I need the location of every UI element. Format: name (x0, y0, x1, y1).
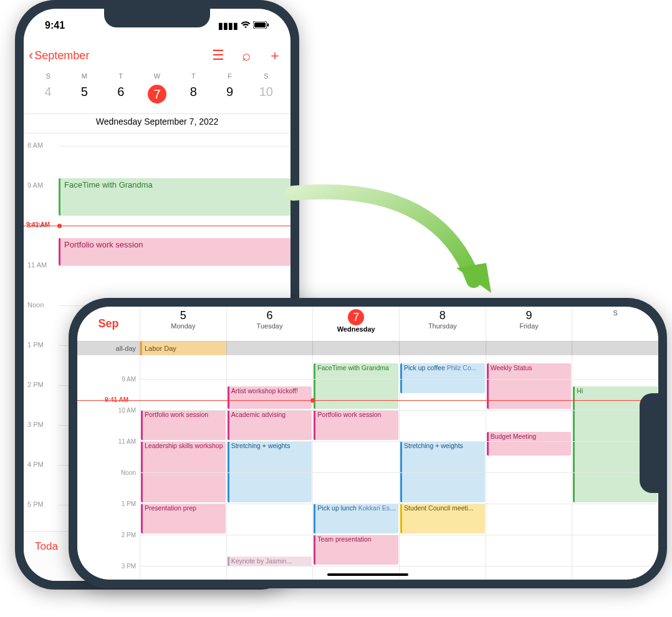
date-cell-selected[interactable]: 7 (139, 81, 175, 107)
status-time: 9:41 (45, 20, 65, 31)
hour-label: 11 AM (118, 438, 136, 444)
event-title: Weekly Status (491, 364, 532, 371)
hour-label: 11 AM (27, 261, 47, 269)
date-cell[interactable]: 9 (211, 81, 247, 107)
event-block[interactable]: Academic advising (228, 410, 312, 440)
event-location: Kokkari Estiatorio (358, 504, 398, 512)
wifi-icon (241, 21, 251, 31)
event-block[interactable]: Leadership skills workshop (141, 441, 226, 502)
event-block[interactable]: FaceTime with Grandma (314, 363, 398, 409)
weekday-letters: S M T W T F S (24, 70, 290, 80)
event-block[interactable]: Team presentation (314, 535, 398, 565)
date-cell[interactable]: 10 (248, 81, 284, 107)
weekday-letter: S (248, 72, 284, 80)
day-column[interactable]: Pick up coffee Philz Co...Stretching + w… (399, 355, 486, 580)
event-block[interactable]: Stretching + weights (228, 441, 312, 502)
add-event-button[interactable] (268, 46, 282, 65)
event-title: Portfolio work session (317, 411, 381, 418)
event-location: Philz Co... (447, 364, 477, 371)
event-block[interactable]: Portfolio work session (314, 410, 398, 440)
event-title: Leadership skills workshop (145, 442, 223, 449)
hour-label: 2 PM (27, 381, 44, 388)
event-title: Artist workshop kickoff! (231, 387, 298, 395)
event-title: Stretching + weights (231, 442, 290, 449)
event-block[interactable]: FaceTime with Grandma (59, 178, 290, 216)
back-label: September (34, 49, 89, 62)
event-title: Hi (577, 387, 583, 395)
event-block[interactable]: Portfolio work session (141, 410, 226, 440)
hour-label: 2 PM (122, 531, 136, 538)
day-column[interactable]: Portfolio work sessionLeadership skills … (140, 355, 226, 580)
month-button[interactable]: Sep (77, 307, 140, 341)
notch (640, 393, 658, 493)
search-button[interactable] (242, 46, 251, 65)
date-heading: Wednesday September 7, 2022 (24, 114, 290, 133)
svg-rect-2 (267, 24, 269, 27)
all-day-row: all-day Labor Day (77, 342, 658, 355)
event-block[interactable]: Budget Meeting (487, 432, 572, 456)
back-button[interactable]: ‹ September (29, 47, 89, 64)
iphone-landscape-frame: Sep 5 Monday 6 Tuesday 7 Wednesday 8 Thu… (69, 298, 667, 588)
current-time-line: 9:41 AM (77, 400, 658, 401)
event-title: Budget Meeting (491, 433, 537, 440)
date-cell[interactable]: 4 (30, 81, 66, 107)
event-title: Pick up lunch (317, 504, 356, 512)
allday-event[interactable]: Labor Day (140, 342, 226, 355)
hour-label: Noon (121, 469, 136, 476)
date-cell[interactable]: 5 (66, 81, 102, 107)
day-column[interactable]: Weekly StatusBudget Meeting (486, 355, 572, 580)
date-cell[interactable]: 8 (175, 81, 211, 107)
date-cell[interactable]: 6 (103, 81, 139, 107)
weekday-letter: S (30, 72, 66, 80)
rotation-arrow-icon (274, 175, 511, 324)
hour-label: 9 AM (27, 181, 43, 189)
weekday-letter: T (175, 72, 211, 80)
hour-label: 1 PM (27, 341, 44, 348)
allday-label: all-day (77, 342, 140, 355)
hour-label: 1 PM (122, 500, 136, 507)
day-column-header[interactable]: S (572, 307, 658, 341)
event-block[interactable]: Presentation prep (141, 504, 226, 533)
weekday-letter: M (66, 72, 102, 80)
nav-bar: ‹ September (24, 42, 290, 70)
day-column[interactable]: FaceTime with GrandmaPortfolio work sess… (312, 355, 399, 580)
current-time-line: 9:41 AM (24, 226, 290, 226)
event-block[interactable]: Artist workshop kickoff! (228, 386, 312, 409)
day-column-header[interactable]: 5 Monday (140, 307, 226, 341)
signal-icon: ▮▮▮▮ (218, 21, 238, 31)
now-time-label: 9:41 AM (26, 221, 50, 228)
time-axis: 9 AM10 AM11 AMNoon1 PM2 PM3 PM (77, 355, 140, 580)
date-picker-row: 4 5 6 7 8 9 10 (24, 80, 290, 114)
hour-label: 5 PM (27, 500, 44, 508)
event-block[interactable]: Student Council meeti... (400, 504, 485, 533)
weekday-letter: W (139, 72, 175, 80)
week-timeline[interactable]: 9 AM10 AM11 AMNoon1 PM2 PM3 PM Portfolio… (77, 355, 658, 580)
event-block[interactable]: Weekly Status (487, 363, 572, 409)
event-title: Stretching + weights (404, 442, 463, 449)
hour-label: 3 PM (27, 421, 44, 428)
event-block[interactable]: Keynote by Jasmin... (228, 557, 312, 567)
chevron-left-icon: ‹ (29, 47, 33, 64)
weekday-letter: F (211, 72, 247, 80)
battery-icon (253, 21, 269, 31)
event-title: Student Council meeti... (404, 504, 473, 512)
event-title: Pick up coffee (404, 364, 445, 371)
svg-rect-1 (254, 22, 266, 27)
event-title: FaceTime with Grandma (317, 364, 389, 371)
home-indicator[interactable] (327, 573, 408, 576)
hour-label: 10 AM (118, 406, 136, 413)
event-block[interactable]: Pick up coffee Philz Co... (400, 363, 485, 393)
event-title: Team presentation (317, 535, 371, 543)
event-title: Portfolio work session (64, 240, 143, 249)
list-view-button[interactable] (212, 46, 224, 65)
event-block[interactable]: Pick up lunch Kokkari Estiatorio (314, 504, 398, 533)
hour-label: 8 AM (27, 141, 43, 149)
event-title: Presentation prep (145, 504, 196, 512)
hour-label: 4 PM (27, 461, 44, 468)
today-button[interactable]: Toda (35, 540, 58, 553)
event-block[interactable]: Portfolio work session (59, 238, 290, 265)
hour-label: 9 AM (122, 375, 136, 382)
event-block[interactable]: Stretching + weights (400, 441, 485, 502)
event-title: Academic advising (231, 411, 286, 418)
day-column[interactable]: Artist workshop kickoff!Academic advisin… (226, 355, 313, 580)
